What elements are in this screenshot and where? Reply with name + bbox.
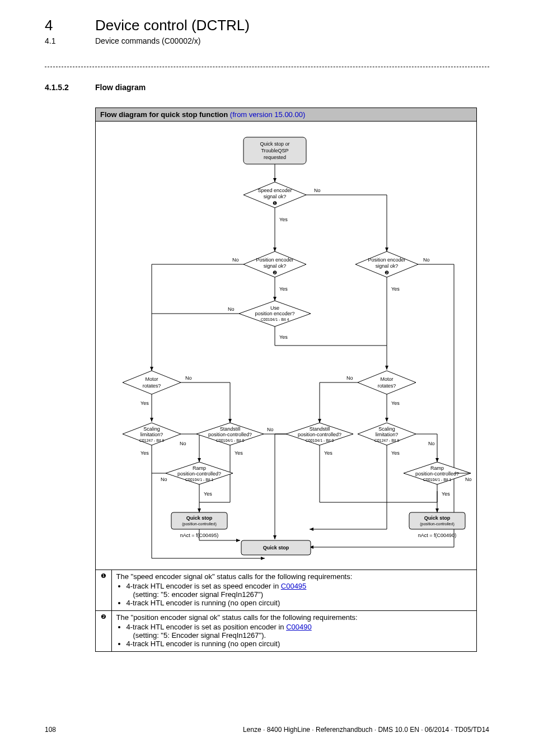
- svg-text:Yes: Yes: [204, 491, 212, 497]
- svg-text:Ramp: Ramp: [430, 465, 444, 471]
- svg-text:Yes: Yes: [279, 334, 288, 340]
- svg-text:Yes: Yes: [324, 450, 332, 456]
- svg-text:Yes: Yes: [391, 400, 400, 406]
- svg-text:Quick stop: Quick stop: [424, 515, 451, 521]
- svg-text:position encoder?: position encoder?: [255, 311, 294, 316]
- divider: [45, 67, 489, 67]
- svg-text:No: No: [423, 257, 430, 263]
- subsection-title: Flow diagram: [95, 83, 146, 92]
- svg-text:No: No: [346, 375, 353, 381]
- note-1: The "speed encoder signal ok" status cal…: [111, 570, 476, 611]
- svg-text:position-controlled?: position-controlled?: [298, 432, 341, 437]
- section-number: 4.1: [45, 36, 95, 45]
- svg-text:❷: ❷: [385, 270, 389, 276]
- svg-text:Motor: Motor: [380, 376, 393, 382]
- svg-text:No: No: [267, 427, 274, 432]
- svg-text:(position-controlled): (position-controlled): [420, 522, 454, 526]
- svg-text:Yes: Yes: [391, 286, 400, 292]
- svg-text:Scaling: Scaling: [143, 426, 160, 432]
- svg-text:rotates?: rotates?: [378, 383, 396, 389]
- svg-text:Ramp: Ramp: [193, 465, 206, 471]
- svg-text:Yes: Yes: [140, 450, 149, 456]
- svg-text:C01247 - Bit 9: C01247 - Bit 9: [139, 438, 165, 442]
- svg-text:Yes: Yes: [442, 491, 450, 497]
- svg-text:Quick stop: Quick stop: [263, 545, 289, 550]
- svg-text:C00104/1 - Bit 0: C00104/1 - Bit 0: [216, 438, 245, 442]
- svg-text:Quick stop: Quick stop: [186, 515, 213, 521]
- svg-text:TroubleQSP: TroubleQSP: [261, 148, 288, 153]
- chapter-number: 4: [45, 17, 95, 34]
- svg-text:No: No: [228, 306, 235, 312]
- figure-frame: Flow diagram for quick stop function (fr…: [95, 108, 477, 652]
- svg-text:limitation?: limitation?: [140, 432, 163, 437]
- svg-text:No: No: [161, 477, 167, 482]
- svg-text:Yes: Yes: [235, 450, 243, 456]
- svg-text:Quick stop or: Quick stop or: [260, 141, 289, 147]
- svg-text:No: No: [465, 477, 472, 482]
- svg-text:❷: ❷: [273, 270, 277, 276]
- svg-text:C01247 - Bit 9: C01247 - Bit 9: [374, 438, 400, 442]
- svg-text:signal ok?: signal ok?: [376, 263, 399, 269]
- svg-text:Position encoder: Position encoder: [256, 257, 293, 263]
- svg-text:C00104/1 - Bit 1: C00104/1 - Bit 1: [423, 478, 452, 482]
- figure-notes: ❶ The "speed encoder signal ok" status c…: [96, 570, 476, 651]
- svg-text:rotates?: rotates?: [143, 383, 161, 389]
- svg-text:limitation?: limitation?: [376, 432, 399, 437]
- svg-text:❶: ❶: [273, 200, 277, 206]
- svg-text:No: No: [314, 188, 321, 193]
- svg-text:(position-controlled): (position-controlled): [182, 522, 216, 526]
- svg-text:No: No: [185, 375, 192, 381]
- svg-text:Yes: Yes: [391, 450, 400, 456]
- svg-text:C00104/1 - Bit 0: C00104/1 - Bit 0: [306, 438, 334, 442]
- svg-text:Yes: Yes: [140, 400, 149, 406]
- note-marker-1: ❶: [96, 570, 111, 611]
- svg-text:No: No: [428, 441, 435, 446]
- svg-text:No: No: [232, 257, 239, 263]
- svg-text:position-controlled?: position-controlled?: [208, 432, 252, 437]
- figure-titlebar: Flow diagram for quick stop function (fr…: [96, 108, 476, 122]
- svg-text:requested: requested: [264, 155, 286, 160]
- svg-text:No: No: [180, 441, 186, 446]
- flow-diagram: Quick stop or TroubleQSP requested Speed…: [96, 122, 476, 570]
- svg-text:Standstill: Standstill: [220, 426, 241, 432]
- svg-text:Position encoder: Position encoder: [368, 257, 405, 263]
- note-2: The "position encoder signal ok" status …: [111, 611, 476, 652]
- svg-marker-33: [358, 371, 416, 394]
- svg-text:signal ok?: signal ok?: [264, 194, 287, 199]
- svg-text:Motor: Motor: [145, 376, 158, 382]
- link-c00490[interactable]: C00490: [286, 623, 312, 631]
- footer-info: Lenze · 8400 HighLine · Referenzhandbuch…: [243, 726, 489, 734]
- note-marker-2: ❷: [96, 611, 111, 652]
- svg-text:Standstill: Standstill: [310, 426, 330, 432]
- svg-text:Yes: Yes: [279, 217, 288, 222]
- page-number: 108: [45, 726, 56, 734]
- svg-text:Use: Use: [270, 305, 279, 311]
- svg-text:position-controlled?: position-controlled?: [177, 471, 221, 477]
- svg-text:position-controlled?: position-controlled?: [415, 471, 459, 477]
- svg-text:C00104/1 - Bit 4: C00104/1 - Bit 4: [261, 318, 289, 321]
- svg-text:Yes: Yes: [279, 286, 288, 292]
- figure-version: (from version 15.00.00): [230, 110, 305, 119]
- section-title: Device commands (C00002/x): [95, 36, 200, 45]
- svg-text:nAct = f(C00490): nAct = f(C00490): [418, 533, 456, 538]
- svg-text:signal ok?: signal ok?: [264, 263, 287, 269]
- chapter-title: Device control (DCTRL): [95, 17, 250, 34]
- svg-marker-28: [123, 371, 181, 394]
- svg-text:Scaling: Scaling: [378, 426, 395, 432]
- svg-text:Speed encoder: Speed encoder: [257, 188, 292, 193]
- link-c00495[interactable]: C00495: [281, 582, 307, 590]
- svg-text:C00104/1 - Bit 1: C00104/1 - Bit 1: [185, 478, 214, 482]
- figure-title: Flow diagram for quick stop function: [100, 110, 228, 119]
- subsection-number: 4.1.5.2: [45, 83, 95, 92]
